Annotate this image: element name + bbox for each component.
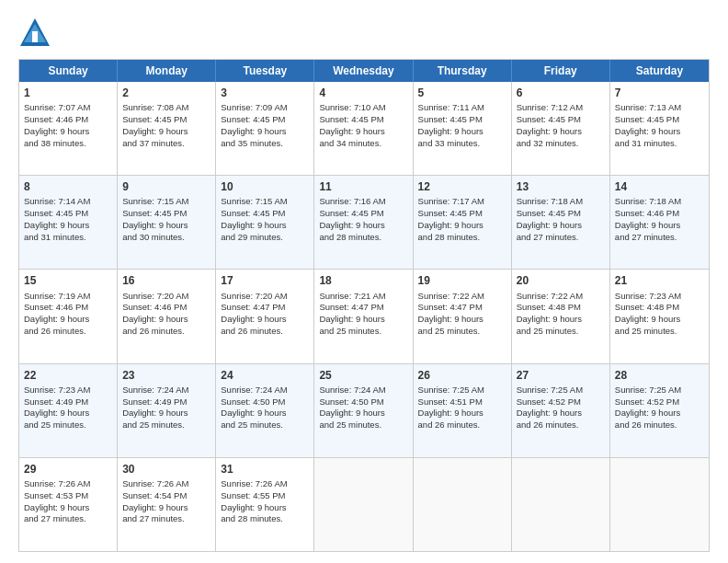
day-number: 15 (24, 273, 112, 288)
calendar-cell: 15Sunrise: 7:19 AMSunset: 4:46 PMDayligh… (19, 270, 118, 362)
day-info: Sunrise: 7:17 AM (418, 196, 506, 208)
day-info: and 27 minutes. (517, 232, 605, 244)
calendar-cell: 12Sunrise: 7:17 AMSunset: 4:45 PMDayligh… (414, 176, 512, 269)
day-info: Daylight: 9 hours (221, 314, 309, 326)
day-info: Sunset: 4:45 PM (418, 208, 506, 220)
day-info: and 33 minutes. (418, 138, 506, 150)
day-info: and 26 minutes. (517, 419, 605, 431)
day-number: 14 (615, 179, 704, 194)
day-info: and 26 minutes. (24, 326, 112, 338)
day-info: Sunrise: 7:15 AM (122, 196, 210, 208)
calendar-cell (610, 458, 709, 551)
header-day: Wednesday (314, 60, 413, 82)
day-info: Sunset: 4:45 PM (615, 114, 704, 126)
day-info: Sunset: 4:46 PM (122, 302, 210, 314)
day-info: Sunrise: 7:12 AM (517, 102, 605, 114)
calendar-cell: 9Sunrise: 7:15 AMSunset: 4:45 PMDaylight… (118, 176, 216, 269)
day-info: Sunrise: 7:24 AM (221, 385, 309, 396)
calendar-cell: 10Sunrise: 7:15 AMSunset: 4:45 PMDayligh… (216, 176, 314, 269)
day-info: Sunrise: 7:13 AM (615, 102, 704, 114)
svg-rect-2 (32, 31, 38, 42)
day-info: Sunset: 4:50 PM (221, 396, 309, 408)
day-info: and 34 minutes. (319, 138, 407, 150)
day-info: Sunset: 4:45 PM (24, 208, 112, 220)
calendar-cell: 11Sunrise: 7:16 AMSunset: 4:45 PMDayligh… (314, 176, 413, 269)
day-number: 6 (517, 86, 605, 100)
calendar-cell: 16Sunrise: 7:20 AMSunset: 4:46 PMDayligh… (118, 270, 216, 362)
day-info: Sunset: 4:54 PM (122, 490, 210, 502)
day-info: and 31 minutes. (615, 138, 704, 150)
header-day: Saturday (610, 60, 709, 82)
day-info: Daylight: 9 hours (615, 408, 704, 419)
day-info: Sunrise: 7:22 AM (418, 291, 506, 303)
calendar-cell: 29Sunrise: 7:26 AMSunset: 4:53 PMDayligh… (19, 458, 118, 551)
calendar-cell: 24Sunrise: 7:24 AMSunset: 4:50 PMDayligh… (216, 364, 314, 457)
day-info: Sunset: 4:47 PM (319, 302, 407, 314)
day-number: 5 (418, 86, 506, 100)
day-number: 1 (24, 86, 112, 100)
day-info: Daylight: 9 hours (615, 220, 704, 232)
day-info: Sunset: 4:45 PM (221, 208, 309, 220)
day-info: and 26 minutes. (221, 326, 309, 338)
header-day: Thursday (414, 60, 512, 82)
day-info: and 25 minutes. (319, 326, 407, 338)
day-number: 22 (24, 368, 112, 383)
calendar-cell: 7Sunrise: 7:13 AMSunset: 4:45 PMDaylight… (610, 82, 709, 175)
calendar-cell: 25Sunrise: 7:24 AMSunset: 4:50 PMDayligh… (314, 364, 413, 457)
day-info: Daylight: 9 hours (122, 126, 210, 138)
day-number: 20 (517, 273, 605, 288)
day-info: Sunset: 4:50 PM (319, 396, 407, 408)
calendar-cell: 6Sunrise: 7:12 AMSunset: 4:45 PMDaylight… (512, 82, 610, 175)
day-number: 7 (615, 86, 704, 100)
day-info: and 27 minutes. (24, 513, 112, 525)
day-number: 10 (221, 179, 309, 194)
day-number: 25 (319, 368, 407, 383)
calendar-cell: 28Sunrise: 7:25 AMSunset: 4:52 PMDayligh… (610, 364, 709, 457)
day-info: Sunrise: 7:23 AM (615, 291, 704, 303)
calendar-cell: 3Sunrise: 7:09 AMSunset: 4:45 PMDaylight… (216, 82, 314, 175)
day-info: Daylight: 9 hours (517, 314, 605, 326)
day-info: Sunset: 4:46 PM (24, 302, 112, 314)
day-info: Sunset: 4:45 PM (418, 114, 506, 126)
day-number: 23 (122, 368, 210, 383)
day-info: and 25 minutes. (221, 419, 309, 431)
day-info: and 27 minutes. (122, 513, 210, 525)
day-info: Sunset: 4:48 PM (517, 302, 605, 314)
calendar-cell: 23Sunrise: 7:24 AMSunset: 4:49 PMDayligh… (118, 364, 216, 457)
calendar-cell: 19Sunrise: 7:22 AMSunset: 4:47 PMDayligh… (414, 270, 512, 362)
day-number: 31 (221, 462, 309, 477)
calendar-cell: 27Sunrise: 7:25 AMSunset: 4:52 PMDayligh… (512, 364, 610, 457)
day-info: and 28 minutes. (221, 513, 309, 525)
day-number: 27 (517, 368, 605, 383)
calendar-cell: 30Sunrise: 7:26 AMSunset: 4:54 PMDayligh… (118, 458, 216, 551)
day-info: and 37 minutes. (122, 138, 210, 150)
calendar-cell: 4Sunrise: 7:10 AMSunset: 4:45 PMDaylight… (314, 82, 413, 175)
day-info: and 25 minutes. (418, 326, 506, 338)
calendar-cell (512, 458, 610, 551)
day-info: and 38 minutes. (24, 138, 112, 150)
day-info: Sunrise: 7:24 AM (319, 385, 407, 396)
day-info: Daylight: 9 hours (24, 502, 112, 514)
calendar-cell (414, 458, 512, 551)
day-info: Daylight: 9 hours (319, 408, 407, 419)
day-info: Sunrise: 7:26 AM (122, 478, 210, 490)
day-info: Daylight: 9 hours (615, 314, 704, 326)
day-info: Daylight: 9 hours (517, 220, 605, 232)
calendar-cell: 18Sunrise: 7:21 AMSunset: 4:47 PMDayligh… (314, 270, 413, 362)
day-info: and 26 minutes. (418, 419, 506, 431)
day-number: 30 (122, 462, 210, 477)
day-info: Daylight: 9 hours (122, 220, 210, 232)
day-info: Daylight: 9 hours (24, 314, 112, 326)
header (18, 17, 710, 50)
day-number: 18 (319, 273, 407, 288)
day-info: and 31 minutes. (24, 232, 112, 244)
day-info: Daylight: 9 hours (319, 220, 407, 232)
day-info: Sunrise: 7:10 AM (319, 102, 407, 114)
calendar-cell: 13Sunrise: 7:18 AMSunset: 4:45 PMDayligh… (512, 176, 610, 269)
logo (18, 17, 57, 50)
day-info: and 25 minutes. (319, 419, 407, 431)
day-info: Sunset: 4:52 PM (517, 396, 605, 408)
header-day: Monday (118, 60, 216, 82)
day-info: Sunrise: 7:23 AM (24, 385, 112, 396)
calendar-cell: 20Sunrise: 7:22 AMSunset: 4:48 PMDayligh… (512, 270, 610, 362)
